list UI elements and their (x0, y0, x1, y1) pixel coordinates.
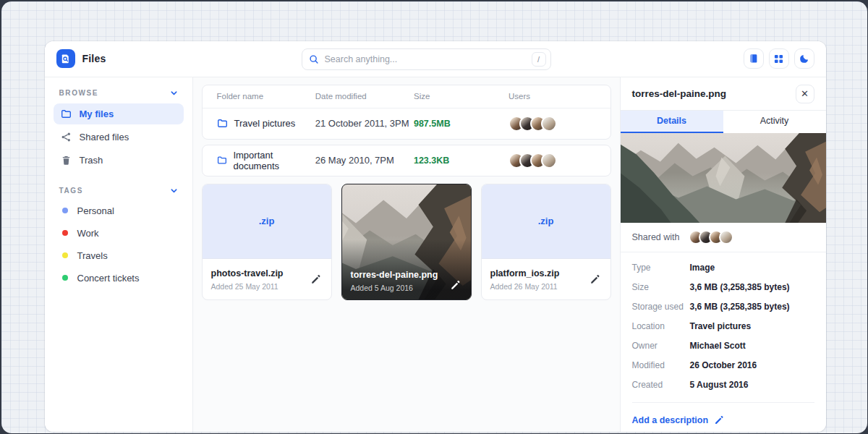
files-app-window: Files / (45, 41, 826, 432)
tag-label: Work (77, 228, 99, 239)
dark-mode-button[interactable] (794, 48, 814, 69)
chevron-down-icon[interactable] (170, 89, 178, 97)
grid-view-button[interactable] (769, 48, 789, 69)
pencil-icon (310, 274, 321, 285)
zip-preview: .zip (482, 184, 610, 259)
file-cards-row: .zip photos-travel.zip Added 25 May 2011 (202, 184, 611, 300)
detail-row-type: Type Image (632, 258, 814, 278)
file-card-torres-del-paine-png[interactable]: torres-del-paine.png Added 5 Aug 2016 (341, 184, 472, 300)
detail-label: Storage used (632, 302, 690, 312)
header-actions (744, 48, 814, 69)
detail-label: Location (632, 321, 690, 331)
pencil-icon (450, 280, 461, 291)
rename-button[interactable] (309, 273, 323, 286)
sidebar-item-label: Trash (80, 155, 103, 166)
detail-label: Modified (632, 360, 690, 370)
detail-row-created: Created 5 August 2016 (632, 375, 814, 395)
sidebar-item-my-files[interactable]: My files (54, 103, 184, 124)
bookmarks-button[interactable] (744, 48, 764, 69)
search-input[interactable] (325, 54, 532, 64)
detail-row-modified: Modified 26 October 2016 (632, 356, 814, 375)
pencil-icon (714, 415, 724, 425)
tag-label: Personal (77, 205, 114, 216)
detail-value: Travel pictures (690, 321, 752, 331)
details-panel: torres-del-paine.png ✕ Details Activity … (620, 77, 826, 432)
tag-label: Travels (77, 250, 108, 261)
sidebar-item-shared-files[interactable]: Shared files (54, 127, 184, 148)
mountain-preview (621, 133, 826, 223)
folder-icon (61, 109, 72, 119)
folder-table-row-card: Important documents 26 May 2010, 7PM 123… (202, 145, 611, 176)
folder-icon (217, 155, 227, 166)
rename-button[interactable] (588, 273, 602, 286)
main-content: Folder name Date modified Size Users Tra… (193, 77, 620, 432)
tag-color-dot (62, 230, 68, 236)
detail-value: 5 August 2016 (690, 380, 749, 390)
date-modified: 26 May 2010, 7PM (315, 155, 414, 166)
pencil-icon (590, 274, 600, 285)
folder-icon (217, 118, 228, 129)
search-shortcut-key: / (532, 52, 546, 67)
column-header-users: Users (509, 92, 596, 101)
detail-label: Owner (632, 341, 690, 351)
avatar (541, 116, 557, 132)
detail-value: 26 October 2016 (690, 360, 757, 370)
detail-label: Type (632, 263, 690, 273)
sidebar-section-tags[interactable]: TAGS (54, 184, 184, 201)
avatar (719, 230, 733, 244)
app-logo-file-search-icon (56, 49, 75, 68)
zip-preview: .zip (203, 184, 331, 259)
detail-value: 3,6 MB (3,258,385 bytes) (690, 282, 790, 292)
tag-item-concert-tickets[interactable]: Concert tickets (54, 268, 184, 289)
tag-item-travels[interactable]: Travels (54, 246, 184, 266)
close-panel-button[interactable]: ✕ (796, 85, 814, 103)
chevron-down-icon[interactable] (170, 187, 178, 195)
tag-color-dot (62, 275, 68, 281)
tag-label: Concert tickets (77, 273, 140, 284)
date-modified: 21 October 2011, 3PM (315, 118, 414, 129)
file-added-date: Added 25 May 2011 (211, 282, 284, 291)
user-avatars (509, 153, 596, 169)
app-header: Files / (45, 41, 826, 77)
file-preview-image (621, 133, 826, 223)
moon-icon (799, 54, 809, 64)
file-card-photos-travel-zip[interactable]: .zip photos-travel.zip Added 25 May 2011 (202, 184, 332, 300)
detail-row-owner: Owner Michael Scott (632, 336, 814, 356)
table-row-important-documents[interactable]: Important documents 26 May 2010, 7PM 123… (203, 145, 610, 176)
folder-name: Important documents (233, 150, 315, 171)
shared-with-avatars (689, 230, 733, 244)
sidebar-item-trash[interactable]: Trash (54, 150, 184, 171)
file-added-date: Added 26 May 2011 (490, 282, 560, 291)
sidebar-item-label: Shared files (80, 132, 129, 142)
sidebar-item-label: My files (80, 109, 114, 119)
detail-label: Size (632, 282, 690, 292)
add-description-label: Add a description (632, 415, 709, 425)
tag-color-dot (62, 252, 68, 258)
tag-item-work[interactable]: Work (54, 224, 184, 244)
avatar (541, 153, 557, 169)
detail-value: Image (690, 263, 715, 273)
table-row-travel-pictures[interactable]: Travel pictures 21 October 2011, 3PM 987… (203, 109, 610, 139)
panel-tabs: Details Activity (621, 110, 826, 133)
detail-label: Created (632, 380, 690, 390)
folder-size: 123.3KB (414, 156, 509, 166)
detail-value: 3,6 MB (3,258,385 bytes) (690, 302, 790, 312)
tag-item-personal[interactable]: Personal (54, 201, 184, 221)
add-description-link[interactable]: Add a description (632, 415, 725, 425)
search-bar[interactable]: / (302, 48, 551, 70)
folder-name: Travel pictures (234, 118, 296, 129)
zip-badge: .zip (538, 216, 554, 226)
detail-value: Michael Scott (690, 341, 746, 351)
file-name: torres-del-paine.png (351, 270, 438, 280)
grid-icon (774, 54, 783, 64)
shared-with-label: Shared with (632, 232, 680, 242)
sidebar-section-browse[interactable]: BROWSE (54, 87, 184, 103)
tab-details[interactable]: Details (621, 111, 723, 133)
book-icon (749, 54, 759, 64)
tab-activity[interactable]: Activity (723, 111, 826, 133)
tag-color-dot (62, 208, 68, 213)
rename-button[interactable] (448, 278, 462, 292)
file-card-platform-ios-zip[interactable]: .zip platform_ios.zip Added 26 May 2011 (481, 184, 611, 300)
search-icon (309, 54, 319, 64)
column-header-folder-name: Folder name (217, 92, 315, 101)
